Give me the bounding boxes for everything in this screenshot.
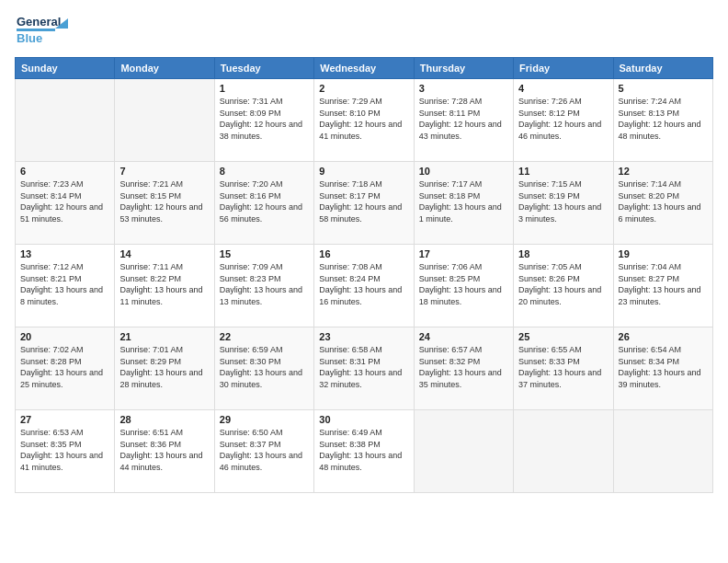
day-number: 10 — [419, 166, 508, 177]
day-info: Sunrise: 6:50 AM Sunset: 8:37 PM Dayligh… — [220, 427, 309, 473]
day-number: 19 — [619, 248, 708, 259]
day-number: 13 — [20, 248, 109, 259]
day-number: 24 — [419, 331, 508, 342]
day-info: Sunrise: 6:59 AM Sunset: 8:30 PM Dayligh… — [220, 344, 309, 390]
calendar-table: Sunday Monday Tuesday Wednesday Thursday… — [15, 57, 713, 493]
day-info: Sunrise: 6:58 AM Sunset: 8:31 PM Dayligh… — [319, 344, 408, 390]
day-info: Sunrise: 7:09 AM Sunset: 8:23 PM Dayligh… — [220, 261, 309, 307]
table-row: 4Sunrise: 7:26 AM Sunset: 8:12 PM Daylig… — [514, 79, 613, 162]
day-info: Sunrise: 6:55 AM Sunset: 8:33 PM Dayligh… — [518, 344, 608, 390]
table-row — [16, 79, 115, 162]
svg-text:Blue: Blue — [17, 31, 42, 45]
table-row: 22Sunrise: 6:59 AM Sunset: 8:30 PM Dayli… — [214, 327, 313, 410]
table-row: 21Sunrise: 7:01 AM Sunset: 8:29 PM Dayli… — [115, 327, 214, 410]
col-saturday: Saturday — [613, 58, 712, 79]
table-row: 1Sunrise: 7:31 AM Sunset: 8:09 PM Daylig… — [214, 79, 313, 162]
col-friday: Friday — [514, 58, 613, 79]
day-number: 29 — [220, 414, 309, 425]
day-info: Sunrise: 6:53 AM Sunset: 8:35 PM Dayligh… — [20, 427, 109, 473]
calendar-week-row: 27Sunrise: 6:53 AM Sunset: 8:35 PM Dayli… — [16, 410, 713, 493]
day-info: Sunrise: 7:21 AM Sunset: 8:15 PM Dayligh… — [119, 178, 209, 224]
day-number: 22 — [220, 331, 309, 342]
day-number: 28 — [119, 414, 209, 425]
day-info: Sunrise: 7:04 AM Sunset: 8:27 PM Dayligh… — [619, 261, 708, 307]
table-row: 10Sunrise: 7:17 AM Sunset: 8:18 PM Dayli… — [414, 162, 513, 245]
day-info: Sunrise: 7:12 AM Sunset: 8:21 PM Dayligh… — [20, 261, 109, 307]
day-number: 21 — [119, 331, 209, 342]
calendar-week-row: 13Sunrise: 7:12 AM Sunset: 8:21 PM Dayli… — [16, 245, 713, 327]
day-number: 2 — [319, 83, 408, 94]
table-row: 18Sunrise: 7:05 AM Sunset: 8:26 PM Dayli… — [514, 245, 613, 327]
table-row — [613, 410, 712, 493]
day-number: 23 — [319, 331, 408, 342]
table-row: 14Sunrise: 7:11 AM Sunset: 8:22 PM Dayli… — [115, 245, 214, 327]
day-info: Sunrise: 7:15 AM Sunset: 8:19 PM Dayligh… — [518, 178, 608, 224]
day-number: 26 — [619, 331, 708, 342]
page: General Blue Sunday Monday Tuesday Wedne… — [0, 0, 728, 563]
calendar-week-row: 20Sunrise: 7:02 AM Sunset: 8:28 PM Dayli… — [16, 327, 713, 410]
logo-icon: General Blue — [15, 11, 70, 52]
day-info: Sunrise: 7:23 AM Sunset: 8:14 PM Dayligh… — [20, 178, 109, 224]
day-info: Sunrise: 7:11 AM Sunset: 8:22 PM Dayligh… — [119, 261, 209, 307]
table-row: 20Sunrise: 7:02 AM Sunset: 8:28 PM Dayli… — [16, 327, 115, 410]
day-info: Sunrise: 7:05 AM Sunset: 8:26 PM Dayligh… — [518, 261, 608, 307]
table-row: 5Sunrise: 7:24 AM Sunset: 8:13 PM Daylig… — [613, 79, 712, 162]
table-row: 28Sunrise: 6:51 AM Sunset: 8:36 PM Dayli… — [115, 410, 214, 493]
day-number: 25 — [518, 331, 608, 342]
day-info: Sunrise: 7:02 AM Sunset: 8:28 PM Dayligh… — [20, 344, 109, 390]
table-row — [414, 410, 513, 493]
day-info: Sunrise: 7:01 AM Sunset: 8:29 PM Dayligh… — [119, 344, 209, 390]
day-number: 20 — [20, 331, 109, 342]
header: General Blue — [15, 11, 713, 52]
calendar-header-row: Sunday Monday Tuesday Wednesday Thursday… — [16, 58, 713, 79]
table-row: 16Sunrise: 7:08 AM Sunset: 8:24 PM Dayli… — [314, 245, 414, 327]
col-monday: Monday — [115, 58, 214, 79]
day-info: Sunrise: 7:20 AM Sunset: 8:16 PM Dayligh… — [220, 178, 309, 224]
table-row: 23Sunrise: 6:58 AM Sunset: 8:31 PM Dayli… — [314, 327, 414, 410]
day-number: 6 — [20, 166, 109, 177]
table-row: 13Sunrise: 7:12 AM Sunset: 8:21 PM Dayli… — [16, 245, 115, 327]
table-row: 17Sunrise: 7:06 AM Sunset: 8:25 PM Dayli… — [414, 245, 513, 327]
day-number: 17 — [419, 248, 508, 259]
day-number: 12 — [619, 166, 708, 177]
table-row — [514, 410, 613, 493]
day-number: 8 — [220, 166, 309, 177]
day-info: Sunrise: 6:51 AM Sunset: 8:36 PM Dayligh… — [119, 427, 209, 473]
day-number: 4 — [518, 83, 608, 94]
table-row: 6Sunrise: 7:23 AM Sunset: 8:14 PM Daylig… — [16, 162, 115, 245]
day-number: 14 — [119, 248, 209, 259]
day-number: 7 — [119, 166, 209, 177]
table-row: 26Sunrise: 6:54 AM Sunset: 8:34 PM Dayli… — [613, 327, 712, 410]
day-number: 3 — [419, 83, 508, 94]
day-info: Sunrise: 6:49 AM Sunset: 8:38 PM Dayligh… — [319, 427, 408, 473]
day-info: Sunrise: 7:31 AM Sunset: 8:09 PM Dayligh… — [220, 96, 309, 142]
day-info: Sunrise: 7:26 AM Sunset: 8:12 PM Dayligh… — [518, 96, 608, 142]
day-number: 16 — [319, 248, 408, 259]
day-info: Sunrise: 6:54 AM Sunset: 8:34 PM Dayligh… — [619, 344, 708, 390]
day-info: Sunrise: 7:28 AM Sunset: 8:11 PM Dayligh… — [419, 96, 508, 142]
table-row: 3Sunrise: 7:28 AM Sunset: 8:11 PM Daylig… — [414, 79, 513, 162]
day-number: 18 — [518, 248, 608, 259]
table-row: 9Sunrise: 7:18 AM Sunset: 8:17 PM Daylig… — [314, 162, 414, 245]
table-row: 25Sunrise: 6:55 AM Sunset: 8:33 PM Dayli… — [514, 327, 613, 410]
table-row: 15Sunrise: 7:09 AM Sunset: 8:23 PM Dayli… — [214, 245, 313, 327]
day-number: 1 — [220, 83, 309, 94]
day-number: 11 — [518, 166, 608, 177]
day-number: 27 — [20, 414, 109, 425]
day-number: 15 — [220, 248, 309, 259]
day-info: Sunrise: 7:06 AM Sunset: 8:25 PM Dayligh… — [419, 261, 508, 307]
col-wednesday: Wednesday — [314, 58, 414, 79]
table-row: 8Sunrise: 7:20 AM Sunset: 8:16 PM Daylig… — [214, 162, 313, 245]
day-info: Sunrise: 7:29 AM Sunset: 8:10 PM Dayligh… — [319, 96, 408, 142]
day-number: 5 — [619, 83, 708, 94]
calendar-week-row: 1Sunrise: 7:31 AM Sunset: 8:09 PM Daylig… — [16, 79, 713, 162]
logo: General Blue — [15, 11, 70, 52]
day-info: Sunrise: 7:18 AM Sunset: 8:17 PM Dayligh… — [319, 178, 408, 224]
col-sunday: Sunday — [16, 58, 115, 79]
day-info: Sunrise: 7:08 AM Sunset: 8:24 PM Dayligh… — [319, 261, 408, 307]
table-row: 11Sunrise: 7:15 AM Sunset: 8:19 PM Dayli… — [514, 162, 613, 245]
col-tuesday: Tuesday — [214, 58, 313, 79]
table-row: 19Sunrise: 7:04 AM Sunset: 8:27 PM Dayli… — [613, 245, 712, 327]
day-info: Sunrise: 7:24 AM Sunset: 8:13 PM Dayligh… — [619, 96, 708, 142]
col-thursday: Thursday — [414, 58, 513, 79]
